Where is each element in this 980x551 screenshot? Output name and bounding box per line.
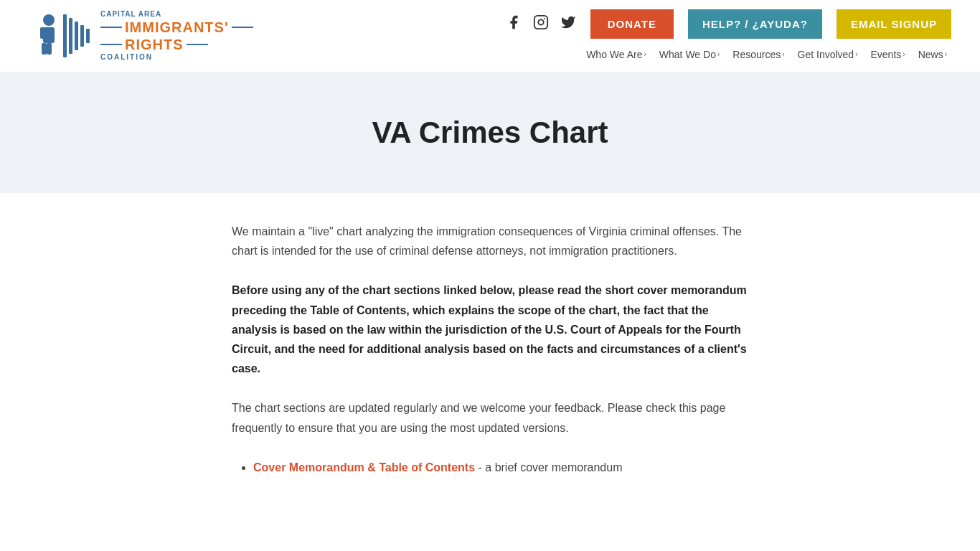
nav-item-news[interactable]: News › bbox=[914, 46, 951, 63]
update-note-paragraph: The chart sections are updated regularly… bbox=[232, 398, 748, 437]
social-and-buttons: DONATE HELP? / ¿AYUDA? EMAIL SIGNUP bbox=[506, 9, 951, 39]
main-content: We maintain a "live" chart analyzing the… bbox=[217, 193, 763, 510]
nav-item-what-we-do[interactable]: What We Do › bbox=[655, 46, 724, 63]
intro-paragraph: We maintain a "live" chart analyzing the… bbox=[232, 222, 748, 260]
svg-rect-4 bbox=[42, 43, 47, 55]
chevron-icon: › bbox=[717, 50, 720, 58]
resources-list: Cover Memorandum & Table of Contents - a… bbox=[232, 458, 748, 477]
donate-button[interactable]: DONATE bbox=[590, 9, 674, 39]
logo-rights: RIGHTS bbox=[125, 36, 184, 53]
email-signup-button[interactable]: EMAIL SIGNUP bbox=[837, 9, 951, 39]
logo-text: CAPITAL AREA IMMIGRANTS' RIGHTS COALITIO… bbox=[100, 10, 253, 62]
site-header: CAPITAL AREA IMMIGRANTS' RIGHTS COALITIO… bbox=[0, 0, 980, 72]
main-nav: Who We Are › What We Do › Resources › Ge… bbox=[582, 46, 951, 63]
cover-memorandum-link[interactable]: Cover Memorandum & Table of Contents bbox=[253, 461, 475, 474]
chevron-icon: › bbox=[903, 50, 905, 58]
nav-item-who-we-are[interactable]: Who We Are › bbox=[582, 46, 651, 63]
svg-point-12 bbox=[538, 19, 543, 24]
link-suffix: - a brief cover memorandum bbox=[475, 461, 622, 474]
hero-banner: VA Crimes Chart bbox=[0, 72, 980, 193]
svg-rect-9 bbox=[80, 25, 84, 47]
svg-rect-7 bbox=[69, 18, 72, 54]
logo-immigrants: IMMIGRANTS' bbox=[125, 19, 229, 36]
chevron-icon: › bbox=[644, 50, 646, 58]
logo-icon bbox=[29, 7, 93, 65]
help-button[interactable]: HELP? / ¿AYUDA? bbox=[688, 9, 822, 39]
svg-rect-6 bbox=[63, 14, 67, 57]
svg-rect-11 bbox=[534, 15, 547, 28]
chevron-icon: › bbox=[782, 50, 784, 58]
nav-item-resources[interactable]: Resources › bbox=[728, 46, 788, 63]
logo-coalition: COALITION bbox=[100, 53, 253, 62]
logo-capital: CAPITAL AREA bbox=[100, 10, 253, 19]
svg-rect-2 bbox=[40, 27, 44, 39]
twitter-icon[interactable] bbox=[560, 14, 576, 34]
chevron-icon: › bbox=[945, 50, 947, 58]
bold-warning-paragraph: Before using any of the chart sections l… bbox=[232, 281, 748, 378]
svg-rect-5 bbox=[47, 43, 52, 55]
logo-area[interactable]: CAPITAL AREA IMMIGRANTS' RIGHTS COALITIO… bbox=[29, 7, 253, 65]
svg-point-13 bbox=[544, 18, 545, 19]
instagram-icon[interactable] bbox=[533, 14, 549, 34]
list-item: Cover Memorandum & Table of Contents - a… bbox=[253, 458, 748, 477]
nav-item-events[interactable]: Events › bbox=[866, 46, 909, 63]
social-icons bbox=[506, 14, 576, 34]
chevron-icon: › bbox=[855, 50, 857, 58]
header-right: DONATE HELP? / ¿AYUDA? EMAIL SIGNUP Who … bbox=[506, 9, 951, 63]
nav-item-get-involved[interactable]: Get Involved › bbox=[793, 46, 862, 63]
facebook-icon[interactable] bbox=[506, 14, 522, 34]
svg-rect-10 bbox=[86, 29, 90, 43]
page-title: VA Crimes Chart bbox=[29, 116, 951, 150]
svg-rect-8 bbox=[75, 22, 78, 50]
svg-rect-3 bbox=[47, 27, 52, 39]
svg-point-0 bbox=[43, 14, 55, 26]
